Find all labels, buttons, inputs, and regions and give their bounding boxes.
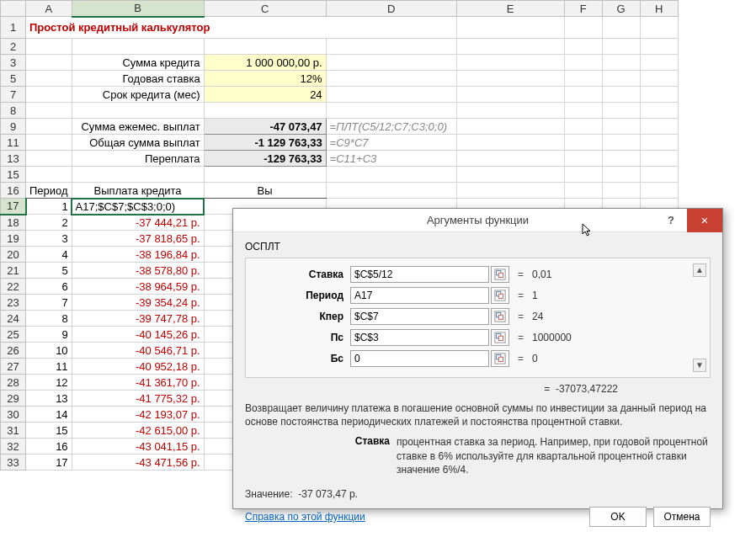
cell-period[interactable]: 6 [26,279,72,295]
col-header-G[interactable]: G [602,1,640,17]
cell-period[interactable]: 16 [26,439,72,455]
cell-payment[interactable]: -42 615,00 р. [72,423,204,439]
cell[interactable] [456,71,564,87]
row-header-32[interactable]: 32 [1,439,26,455]
cell[interactable] [602,55,640,71]
formula-over[interactable]: =C11+C3 [326,151,456,167]
args-scroll-up[interactable]: ▲ [693,263,706,277]
cell[interactable] [326,183,456,199]
range-picker-icon[interactable] [491,287,509,304]
cell-period[interactable]: 5 [26,263,72,279]
row-header-31[interactable]: 31 [1,423,26,439]
cell[interactable] [456,119,564,135]
cell[interactable] [326,55,456,71]
cancel-button[interactable]: Отмена [653,507,711,527]
cell[interactable] [602,167,640,183]
cell-payment[interactable]: -39 747,78 р. [72,311,204,327]
cell[interactable] [602,17,640,39]
help-button[interactable]: ? [657,209,685,232]
row-header-15[interactable]: 15 [1,167,26,183]
cell[interactable] [640,119,678,135]
cell-period[interactable]: 15 [26,423,72,439]
args-scroll-down[interactable]: ▼ [693,359,706,372]
arg-input-Бс[interactable] [350,350,489,367]
cell[interactable] [456,17,564,39]
col-header-H[interactable]: H [640,1,678,17]
active-cell[interactable]: A17;$C$7;$C$3;0;0) [72,199,204,215]
cell[interactable] [640,167,678,183]
arg-input-Пс[interactable] [350,329,489,346]
cell-payment[interactable]: -37 444,21 р. [72,215,204,231]
cell[interactable] [640,55,678,71]
cell-period[interactable]: 8 [26,311,72,327]
cell[interactable] [564,103,602,119]
hdr-vy[interactable]: Вы [204,183,326,199]
cell-period[interactable]: 17 [26,455,72,471]
cell[interactable] [602,103,640,119]
row-header-30[interactable]: 30 [1,407,26,423]
row-header-23[interactable]: 23 [1,295,26,311]
cell-period[interactable]: 7 [26,295,72,311]
cell[interactable] [640,87,678,103]
cell[interactable] [326,167,456,183]
label-term[interactable]: Срок кредита (мес) [72,87,204,103]
cell[interactable] [640,103,678,119]
arg-input-Ставка[interactable] [350,266,489,283]
row-header-7[interactable]: 7 [1,87,26,103]
cell[interactable] [564,119,602,135]
col-header-E[interactable]: E [456,1,564,17]
cell-period[interactable]: 9 [26,327,72,343]
row-header-5[interactable]: 5 [1,71,26,87]
cell[interactable] [564,151,602,167]
row-header-20[interactable]: 20 [1,247,26,263]
range-picker-icon[interactable] [491,329,509,346]
help-link[interactable]: Справка по этой функции [245,511,365,523]
col-header-C[interactable]: C [204,1,326,17]
cell[interactable] [564,183,602,199]
cell-payment[interactable]: -43 471,56 р. [72,455,204,471]
cell-payment[interactable]: -38 578,80 р. [72,263,204,279]
cell-period[interactable]: 3 [26,231,72,247]
corner-cell[interactable] [1,1,26,17]
range-picker-icon[interactable] [491,350,509,367]
cell[interactable] [602,119,640,135]
col-header-A[interactable]: A [26,1,72,17]
cell[interactable] [326,71,456,87]
cell-period[interactable]: 4 [26,247,72,263]
label-total[interactable]: Общая сумма выплат [72,135,204,151]
cell[interactable] [564,87,602,103]
row-header-24[interactable]: 24 [1,311,26,327]
cell-payment[interactable]: -40 546,71 р. [72,343,204,359]
close-button[interactable]: × [687,209,722,232]
cell-payment[interactable]: -43 041,15 р. [72,439,204,455]
cell-period[interactable]: 13 [26,391,72,407]
cell[interactable] [456,87,564,103]
cell[interactable] [602,87,640,103]
row-header-25[interactable]: 25 [1,327,26,343]
arg-input-Период[interactable] [350,287,489,304]
row-header-2[interactable]: 2 [1,39,26,55]
cell[interactable] [456,151,564,167]
cell-payment[interactable]: -41 361,70 р. [72,375,204,391]
col-header-F[interactable]: F [564,1,602,17]
label-payment[interactable]: Сумма ежемес. выплат [72,119,204,135]
cell-payment[interactable]: -41 775,32 р. [72,391,204,407]
row-header-33[interactable]: 33 [1,455,26,471]
cell[interactable] [564,55,602,71]
row-header-11[interactable]: 11 [1,135,26,151]
row-header-16[interactable]: 16 [1,183,26,199]
formula-payment[interactable]: =ПЛТ(C5/12;C7;C3;0;0) [326,119,456,135]
cell[interactable] [456,103,564,119]
row-header-18[interactable]: 18 [1,215,26,231]
cell-payment[interactable]: -40 145,26 р. [72,327,204,343]
input-loan-amount[interactable]: 1 000 000,00 р. [204,55,326,71]
cell-period[interactable]: 14 [26,407,72,423]
cell-payment[interactable]: -42 193,07 р. [72,407,204,423]
row-header-1[interactable]: 1 [1,17,26,39]
cell[interactable] [640,71,678,87]
cell-period[interactable]: 10 [26,343,72,359]
row-header-29[interactable]: 29 [1,391,26,407]
label-rate[interactable]: Годовая ставка [72,71,204,87]
input-rate[interactable]: 12% [204,71,326,87]
formula-total[interactable]: =C9*C7 [326,135,456,151]
